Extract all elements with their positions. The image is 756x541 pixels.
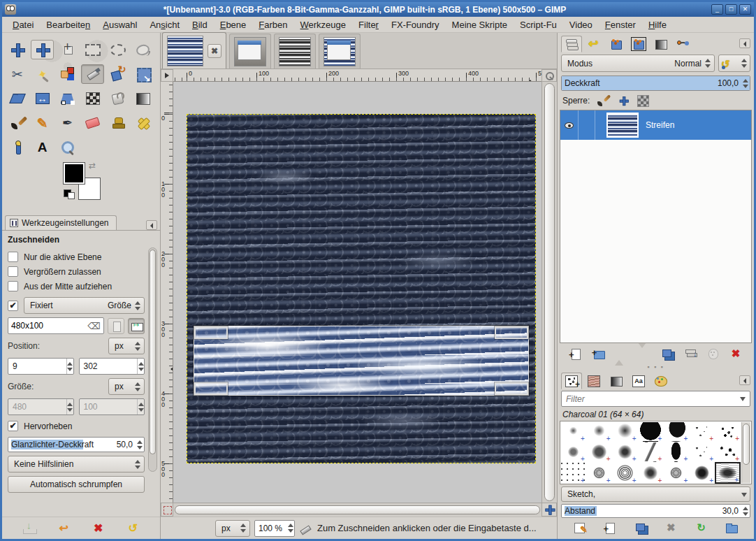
brush-swatch[interactable] [715,421,741,442]
raise-layer-button[interactable] [612,345,630,362]
delete-brush-button[interactable]: ✖ [662,519,680,536]
delete-tool-preset-button[interactable]: ✖ [90,521,107,536]
menu-item[interactable]: Meine Skripte [446,18,514,31]
fixed-size-input[interactable] [11,321,88,331]
brush-tag-combo[interactable]: Sketch, [561,486,750,502]
brush-swatch[interactable] [689,421,715,442]
tab-werkzeugeinstellungen[interactable]: Werkzeugeinstellungen [5,215,117,230]
reset-tool-options-button[interactable]: ↺ [124,521,141,536]
vertical-scrollbar[interactable] [541,82,557,503]
menu-item[interactable]: Fenster [599,18,642,31]
tool-button[interactable] [31,138,54,157]
spinner-arrows-icon[interactable] [136,438,143,452]
menu-item[interactable]: Farben [252,18,293,31]
foreground-color-swatch[interactable] [64,163,85,184]
spinner-arrows-icon[interactable] [66,359,73,374]
spinner-arrows-icon[interactable] [742,76,749,90]
tool-button[interactable] [6,113,29,133]
tool-button[interactable] [131,89,154,108]
menu-item[interactable]: Bild [186,18,214,31]
image-tab-thumbnail[interactable] [234,37,266,66]
save-tool-preset-button[interactable] [21,521,38,536]
landscape-orientation-button[interactable] [128,318,145,334]
tool-button[interactable] [81,113,104,133]
spinner-arrows-icon[interactable] [287,521,294,535]
layer-link-cell[interactable] [579,110,595,140]
tab-patterns[interactable] [583,373,604,389]
brush-swatch[interactable] [560,462,586,484]
checkbox[interactable] [8,252,18,262]
ruler-menu-button[interactable] [161,69,173,82]
guides-combo[interactable]: Keine Hilfslinien [8,456,145,473]
new-brush-button[interactable] [601,519,619,536]
new-group-button[interactable] [590,345,608,362]
spinner-arrows-icon[interactable] [742,505,749,517]
menu-item[interactable]: Ansicht [143,18,186,31]
brush-swatch[interactable] [715,442,741,462]
menu-item[interactable]: Ebene [214,18,253,31]
tool-button[interactable] [56,89,79,108]
menu-item[interactable]: Werkzeuge [294,18,353,31]
collapse-dock-button[interactable] [739,375,750,385]
tool-button[interactable] [31,89,54,108]
tool-button[interactable] [106,40,129,59]
tool-button[interactable] [56,40,79,59]
brush-swatch[interactable] [612,442,638,462]
lower-layer-button[interactable] [635,345,653,362]
brush-swatch[interactable] [560,421,586,442]
restore-tool-preset-button[interactable]: ↩ [55,521,72,536]
tool-button[interactable] [56,138,79,157]
brush-swatch[interactable] [715,462,741,484]
crop-handle-top-left[interactable] [194,326,228,339]
highlight-opacity-scale[interactable]: Glanzlichter-Deckkraft 50,0 [8,437,145,452]
tool-button[interactable] [131,113,154,133]
image-tab[interactable] [319,34,361,68]
close-button[interactable]: ✕ [739,4,751,15]
canvas-image[interactable] [187,114,536,463]
menu-item[interactable]: Filter [352,18,385,31]
close-tab-icon[interactable]: ✖ [208,44,221,58]
canvas-viewport[interactable] [173,82,541,503]
tool-button[interactable] [31,113,54,133]
tool-button[interactable] [131,64,154,84]
checkbox[interactable] [8,281,18,291]
autoshrink-button[interactable]: Automatisch schrumpfen [8,476,145,493]
add-mask-button[interactable] [704,345,722,362]
tool-button[interactable] [106,113,129,133]
minimize-button[interactable]: _ [711,4,723,15]
tab-gradients[interactable] [650,36,671,52]
crop-selection[interactable] [194,326,529,396]
lock-position-icon[interactable] [616,94,630,107]
mode-reset-button[interactable] [718,55,750,72]
tab-undo-history[interactable] [583,36,604,52]
tool-button[interactable] [6,64,29,84]
option-checkbox-row[interactable]: Aus der Mitte aufziehen [8,279,145,294]
tool-button[interactable] [81,89,104,108]
brush-swatch[interactable] [689,462,715,484]
brush-swatch[interactable] [560,442,586,462]
layer-mode-combo[interactable]: Modus Normal [561,55,715,72]
menu-item[interactable]: Video [563,18,599,31]
tool-button[interactable] [106,64,129,84]
brush-filter-input[interactable] [566,394,740,404]
brush-swatch[interactable] [663,421,689,442]
navigation-button[interactable] [541,503,557,517]
brush-swatch[interactable] [638,462,664,484]
brush-swatch[interactable] [586,462,612,484]
menu-item[interactable]: Hilfe [642,18,673,31]
tool-button[interactable] [56,64,79,84]
fixed-combo[interactable]: Fixiert Größe [24,297,145,314]
brush-swatch[interactable] [663,462,689,484]
tool-button[interactable] [6,40,29,59]
layer-visibility-cell[interactable] [560,110,579,140]
collapse-dock-button[interactable] [146,220,157,230]
delete-layer-button[interactable]: ✖ [727,345,745,362]
titlebar[interactable]: *[Unbenannt]-3.0 (RGB-Farben 8-Bit-Gamma… [2,2,754,17]
option-checkbox-row[interactable]: Nur die aktive Ebene [8,250,145,264]
tool-button[interactable] [56,113,79,133]
brush-swatch[interactable] [638,421,664,442]
dock-splitter[interactable]: ▪ ▪ ▪ [558,364,754,370]
portrait-orientation-button[interactable] [108,318,124,334]
zoom-follow-window-button[interactable] [541,69,557,82]
tab-paths[interactable] [673,36,694,52]
